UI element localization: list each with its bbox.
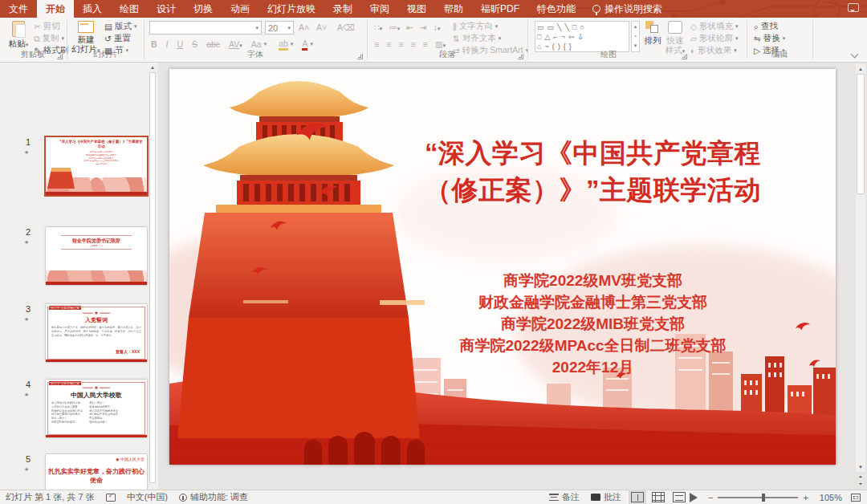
shape-effects-button[interactable]: ◐ 形状效果 ▾ <box>690 45 737 56</box>
collapse-ribbon-icon[interactable] <box>851 51 859 59</box>
copy-button[interactable]: ⧉ 复制 ▾ <box>34 33 64 44</box>
align-right-button[interactable]: ≡ <box>398 39 403 49</box>
tab-special-features[interactable]: 特色功能 <box>528 0 584 18</box>
increase-indent-button[interactable]: ⇥ <box>420 22 427 32</box>
scroll-down-icon[interactable]: ▼ <box>857 463 865 471</box>
char-spacing-button[interactable]: AV▾ <box>229 39 242 49</box>
clear-formatting-button[interactable]: A⌫ <box>337 22 355 33</box>
thumbnail-slide-2[interactable]: 财金学院党委书记致辞 主讲老师：XXX <box>46 227 147 285</box>
tab-foxit-pdf[interactable]: 福昕PDF <box>472 0 528 18</box>
new-slide-icon <box>78 21 94 33</box>
slide-title[interactable]: “深入学习《中国共产党章程 （修正案）》”主题联学活动 <box>358 135 828 208</box>
comments-icon <box>591 494 600 501</box>
line-spacing-button[interactable]: ↕▾ <box>434 22 441 32</box>
arrange-button[interactable]: 排列 <box>642 20 663 52</box>
cut-button[interactable]: ✂ 剪切 <box>34 21 60 32</box>
previous-slide-icon[interactable]: ⏶⏷ <box>856 474 865 488</box>
tab-slideshow[interactable]: 幻灯片放映 <box>258 0 324 18</box>
layout-button[interactable]: ▤ 版式 ▾ <box>104 21 136 32</box>
accessibility-indicator[interactable]: 辅助功能: 调查 <box>173 491 254 503</box>
slide-scrollbar[interactable]: ▲ ▼ <box>856 64 865 472</box>
align-text-button[interactable]: ⇅ 对齐文本 ▾ <box>453 33 501 44</box>
tab-home[interactable]: 开始 <box>37 0 74 18</box>
underline-button[interactable]: U <box>177 39 184 49</box>
language-indicator[interactable]: 中文(中国) <box>121 491 173 503</box>
normal-view-button[interactable] <box>631 492 644 502</box>
comments-chat-icon[interactable] <box>848 3 859 12</box>
thumbnail-slide-4[interactable]: 深入学习党章修正案 ═══ ★ ═══ 中国人民大学校歌 这儿是我们祖先发祥之地… <box>46 380 147 437</box>
shapes-gallery-scroll[interactable]: ▲▪▼ <box>631 21 640 52</box>
distribute-button[interactable]: ≡ <box>423 39 428 49</box>
shrink-font-button[interactable]: A˅ <box>316 22 327 33</box>
replace-button[interactable]: ⇋ 替换 ▾ <box>754 33 785 44</box>
paste-button[interactable]: 粘贴▾ <box>3 20 34 52</box>
change-case-button[interactable]: Aa <box>251 39 262 49</box>
slide-thumbnail-panel: 1 ★ “深入学习《中国共产党章程（修正案）》”主题联学活动 商学院2022级M… <box>0 63 158 490</box>
quick-styles-button[interactable]: 快速样式▾ <box>663 20 687 52</box>
drawing-dialog-launcher-icon[interactable] <box>682 54 687 59</box>
numbering-button[interactable]: ≔▾ <box>389 22 400 32</box>
align-center-button[interactable]: ≡ <box>386 39 391 49</box>
tab-view[interactable]: 视图 <box>398 0 435 18</box>
slide-canvas[interactable]: “深入学习《中国共产党章程 （修正案）》”主题联学活动 商学院2022级MV班党… <box>158 63 867 490</box>
current-slide[interactable]: “深入学习《中国共产党章程 （修正案）》”主题联学活动 商学院2022级MV班党… <box>169 69 836 465</box>
scroll-up-icon[interactable]: ▲ <box>149 63 157 71</box>
tab-review[interactable]: 审阅 <box>361 0 398 18</box>
shape-fill-button[interactable]: ◇ 形状填充 ▾ <box>690 21 739 32</box>
font-name-combo[interactable]: ▾ <box>149 21 262 35</box>
grow-font-button[interactable]: A˄ <box>299 22 309 33</box>
animation-star-icon: ★ <box>24 466 29 473</box>
columns-button[interactable]: ▥▾ <box>435 39 446 49</box>
slide-subtitle[interactable]: 商学院2022级MV班党支部 财政金融学院金融博士第三党支部 商学院2022级M… <box>358 270 828 378</box>
reset-button[interactable]: ↺ 重置 <box>104 33 131 44</box>
group-label: 幻灯片 <box>67 49 143 60</box>
strikethrough-button[interactable]: S <box>192 39 197 49</box>
font-dialog-launcher-icon[interactable] <box>357 54 363 59</box>
text-direction-button[interactable]: ⫼ 文字方向 ▾ <box>453 21 498 32</box>
tab-animations[interactable]: 动画 <box>222 0 258 18</box>
notes-button[interactable]: 备注 <box>543 491 585 503</box>
slide-sorter-view-button[interactable] <box>652 492 665 502</box>
paragraph-dialog-launcher-icon[interactable] <box>518 54 523 59</box>
scrollbar-thumb[interactable] <box>857 74 865 194</box>
bold-button[interactable]: B <box>151 39 157 49</box>
zoom-slider-knob[interactable] <box>762 494 765 502</box>
mini-frame: ═══ ★ ═══ 中国人民大学校歌 这儿是我们祖先发祥之地，今天我们又在这儿团… <box>47 382 145 435</box>
thumbnail-slide-1[interactable]: “深入学习《中国共产党章程（修正案）》”主题联学活动 商学院2022级MV班党支… <box>46 137 147 195</box>
reading-view-button[interactable] <box>673 492 686 502</box>
italic-button[interactable]: I <box>166 39 169 49</box>
font-size-combo[interactable]: 20▾ <box>265 21 294 35</box>
mini-ground <box>46 192 147 195</box>
zoom-in-button[interactable]: + <box>803 493 813 502</box>
zoom-slider[interactable] <box>718 497 798 498</box>
shapes-gallery[interactable]: ▭▭╲╲□○ □△⌐¬⇦⇩ ⌂~(){} <box>535 21 629 52</box>
justify-button[interactable]: ≡ <box>410 39 415 49</box>
tab-record[interactable]: 录制 <box>324 0 361 18</box>
new-slide-button[interactable]: 新建 幻灯片▾ <box>71 20 101 52</box>
bullets-button[interactable]: ∷▾ <box>374 22 382 32</box>
slideshow-view-button[interactable] <box>690 493 702 502</box>
group-editing: ⌕ 查找 ⇋ 替换 ▾ ▷ 选择 ▾ 编辑 <box>747 18 812 62</box>
tab-insert[interactable]: 插入 <box>74 0 111 18</box>
tab-transitions[interactable]: 切换 <box>185 0 222 18</box>
zoom-out-button[interactable]: − <box>702 493 713 502</box>
tell-me-search[interactable]: 操作说明搜索 <box>584 0 670 18</box>
find-button[interactable]: ⌕ 查找 <box>754 21 778 32</box>
shape-outline-button[interactable]: ▱ 形状轮廓 ▾ <box>690 33 739 44</box>
zoom-level[interactable]: 105% <box>814 493 848 502</box>
tab-file[interactable]: 文件 <box>0 0 37 18</box>
spellcheck-button[interactable] <box>100 494 121 502</box>
clipboard-dialog-launcher-icon[interactable] <box>57 54 63 59</box>
tab-help[interactable]: 帮助 <box>435 0 472 18</box>
align-left-button[interactable]: ≡ <box>374 39 379 49</box>
decrease-indent-button[interactable]: ⇤ <box>406 22 413 32</box>
subscript-button[interactable]: abc <box>206 39 220 49</box>
thumbnail-scrollbar[interactable]: ▲ <box>149 63 157 490</box>
comments-button[interactable]: 批注 <box>585 491 627 503</box>
tab-draw[interactable]: 绘图 <box>111 0 148 18</box>
scroll-up-icon[interactable]: ▲ <box>857 65 865 73</box>
fit-slide-to-window-icon[interactable] <box>851 494 861 502</box>
scrollbar-thumb[interactable] <box>149 72 156 483</box>
tab-design[interactable]: 设计 <box>148 0 185 18</box>
thumbnail-slide-3[interactable]: 深入学习党章修正案 ═══ ★ ═══ 入党誓词 我志愿加入中国共产党，拥护党的… <box>46 304 147 362</box>
